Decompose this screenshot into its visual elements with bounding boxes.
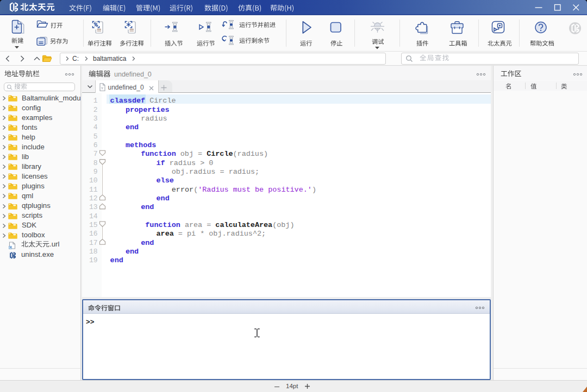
svg-text:.url: .url xyxy=(49,240,59,248)
